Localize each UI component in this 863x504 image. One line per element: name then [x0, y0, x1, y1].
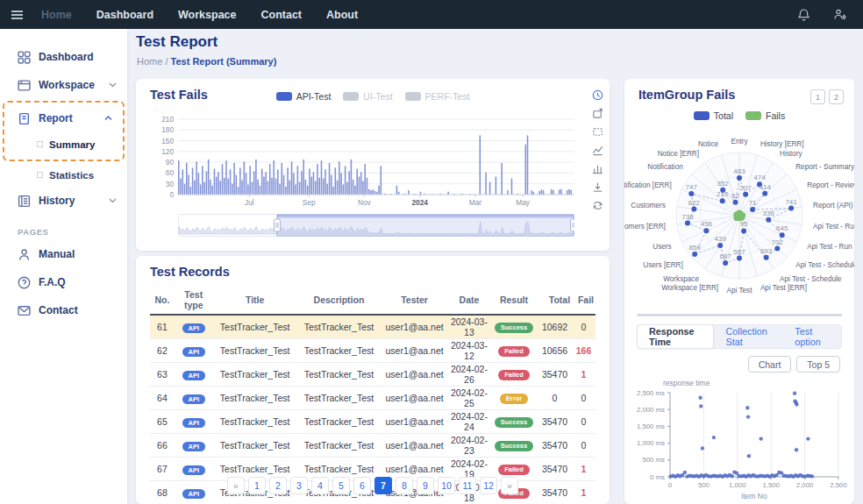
table-row[interactable]: 63APITestTracker_TestTestTracker_Testuse…: [150, 363, 596, 387]
table-header: No.Test typeTitleDescriptionTesterDateRe…: [150, 286, 596, 315]
scatter-point: [731, 474, 734, 478]
test-fails-chart[interactable]: 0306090120150180210JulSepNov2024MarMay: [148, 116, 583, 207]
result-badge: Failed: [498, 346, 530, 357]
table-row[interactable]: 65APITestTracker_TestTestTracker_Testuse…: [150, 410, 596, 434]
restore-icon[interactable]: [592, 200, 603, 211]
sidebar-item-dashboard[interactable]: Dashboard: [0, 43, 127, 71]
data-zoom-slider[interactable]: [178, 214, 574, 237]
sidebar-item-statistics[interactable]: Statistics: [0, 163, 127, 187]
page-next-button[interactable]: »: [501, 477, 518, 494]
svg-text:60: 60: [166, 168, 175, 177]
bell-icon[interactable]: [797, 8, 810, 22]
bullet-icon: [37, 172, 43, 178]
zoom-select-icon[interactable]: [592, 108, 603, 119]
itemgroup-radar-chart[interactable]: EntryHistory [ERR]HistoryReport - Summar…: [624, 123, 854, 309]
cell-fail: 166: [572, 339, 596, 363]
cell-no: 66: [150, 434, 175, 458]
report-file-icon: [18, 112, 31, 125]
page-button-5[interactable]: 5: [332, 477, 350, 494]
page-button-9[interactable]: 9: [417, 477, 434, 494]
sidebar-label: Contact: [39, 304, 78, 316]
menu-icon[interactable]: [11, 10, 24, 20]
radar-total-point: [766, 217, 771, 223]
line-chart-icon[interactable]: [592, 145, 603, 156]
user-icon[interactable]: [833, 8, 847, 21]
pager-button-2[interactable]: 2: [829, 89, 844, 104]
nav-item-dashboard[interactable]: Dashboard: [96, 9, 153, 21]
sidebar-item-workspace[interactable]: Workspace: [0, 71, 127, 99]
response-time-scatter[interactable]: response time05001,0001,5002,0002,5000 m…: [630, 377, 849, 501]
radar-total-point: [737, 175, 742, 181]
svg-text:500 ms: 500 ms: [642, 456, 665, 464]
brush-select-icon[interactable]: [592, 126, 603, 138]
cell-result: Failed: [490, 339, 538, 363]
sidebar-item-faq[interactable]: F.A.Q: [0, 268, 127, 296]
workspace-window-icon: [18, 79, 31, 92]
cell-description: TestTracker_Test: [297, 410, 382, 434]
page-button-4[interactable]: 4: [311, 477, 329, 494]
timeline-icon[interactable]: [592, 89, 603, 101]
radar-axis-label: Entry: [731, 138, 748, 146]
top5-button[interactable]: Top 5: [796, 356, 840, 373]
download-icon[interactable]: [592, 181, 603, 193]
top-navbar: HomeDashboardWorkspaceContactAbout: [0, 0, 863, 29]
sidebar-item-summary[interactable]: Summary: [4, 132, 123, 156]
nav-item-workspace[interactable]: Workspace: [178, 9, 236, 21]
radar-total-point: [717, 243, 723, 248]
page-button-8[interactable]: 8: [396, 477, 413, 494]
tab-response-time[interactable]: Response Time: [637, 324, 714, 349]
scatter-point: [795, 448, 798, 451]
sidebar-item-contact[interactable]: Contact: [0, 296, 127, 324]
cell-no: 63: [150, 363, 175, 387]
table-row[interactable]: 64APITestTracker_TestTestTracker_Testuse…: [150, 387, 596, 410]
cell-test-type: API: [175, 434, 213, 458]
legend-swatch: [343, 92, 359, 101]
radar-value-label: 622: [688, 199, 701, 207]
tab-collection-stat[interactable]: Collection Stat: [714, 325, 783, 348]
page-prev-button[interactable]: «: [227, 477, 245, 494]
tab-test-option[interactable]: Test option: [783, 325, 841, 348]
sidebar-label: Statistics: [49, 170, 94, 181]
svg-text:2,500: 2,500: [830, 481, 847, 489]
radar-value-label: 352: [717, 180, 730, 188]
table-row[interactable]: 61APITestTracker_TestTestTracker_Testuse…: [150, 315, 596, 339]
report-highlight-box: Report Summary: [3, 101, 125, 161]
sidebar-item-history[interactable]: History: [0, 187, 127, 215]
table-row[interactable]: 66APITestTracker_TestTestTracker_Testuse…: [150, 434, 596, 458]
page-button-7[interactable]: 7: [374, 477, 392, 494]
test-fails-legend: API-TestUI-TestPERF-Test: [189, 91, 557, 102]
bar-chart-icon[interactable]: [592, 163, 603, 174]
result-badge: Failed: [498, 465, 530, 475]
table-row[interactable]: 62APITestTracker_TestTestTracker_Testuse…: [150, 339, 596, 363]
pager-button-1[interactable]: 1: [810, 89, 825, 104]
page-button-10[interactable]: 10: [438, 477, 455, 494]
radar-value-label: 414: [760, 183, 772, 191]
radar-value-label: 645: [776, 224, 788, 232]
sidebar-item-manual[interactable]: Manual: [0, 240, 127, 268]
legend-item-ui-test[interactable]: UI-Test: [343, 91, 392, 102]
radar-axis-label: Notice [ERR]: [658, 150, 699, 158]
page-button-6[interactable]: 6: [353, 477, 371, 494]
result-badge: Failed: [498, 370, 530, 380]
legend-item-perf-test[interactable]: PERF-Test: [405, 91, 470, 102]
nav-item-about[interactable]: About: [326, 9, 358, 21]
page-button-11[interactable]: 11: [459, 477, 476, 494]
svg-text:120: 120: [161, 147, 174, 156]
page-button-2[interactable]: 2: [269, 477, 287, 494]
radar-value-label: 71: [749, 199, 757, 207]
legend-item-api-test[interactable]: API-Test: [276, 91, 332, 102]
page-button-1[interactable]: 1: [248, 477, 266, 494]
breadcrumb-home[interactable]: Home: [137, 56, 162, 67]
legend-item-fails[interactable]: Fails: [745, 110, 785, 121]
chart-button[interactable]: Chart: [748, 356, 792, 373]
sidebar-label: History: [39, 195, 75, 207]
nav-item-contact[interactable]: Contact: [261, 9, 303, 21]
page-button-12[interactable]: 12: [480, 477, 497, 494]
page-button-3[interactable]: 3: [290, 477, 308, 494]
cell-title: TestTracker_Test: [213, 339, 297, 363]
nav-item-home[interactable]: Home: [41, 9, 72, 21]
person-icon: [18, 248, 31, 261]
legend-item-total[interactable]: Total: [694, 110, 733, 121]
cell-description: TestTracker_Test: [297, 315, 382, 339]
sidebar-item-report[interactable]: Report: [4, 104, 123, 132]
